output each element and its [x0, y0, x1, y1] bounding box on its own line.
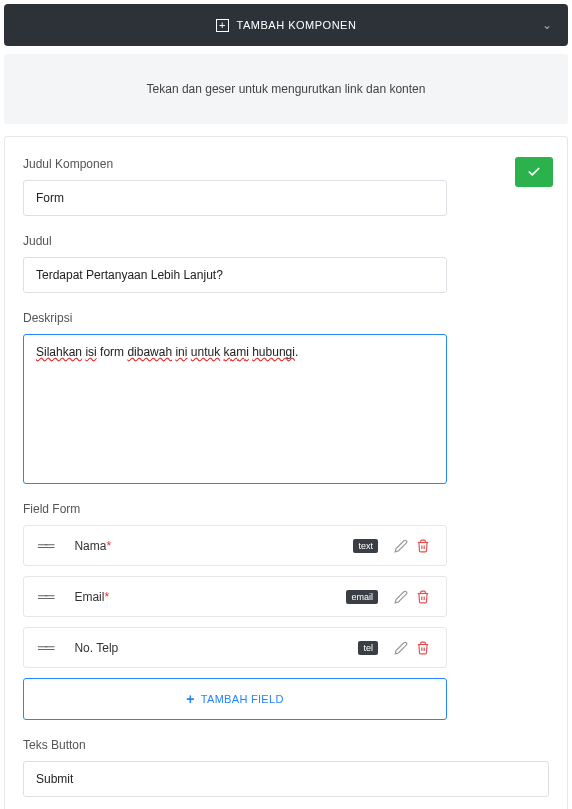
- drag-handle-icon[interactable]: ══: [38, 589, 52, 604]
- field-row: ══Email*email: [23, 576, 447, 617]
- teks-button-label: Teks Button: [23, 738, 549, 752]
- plus-square-icon: +: [216, 19, 229, 32]
- edit-icon[interactable]: [394, 539, 410, 553]
- delete-icon[interactable]: [416, 641, 432, 655]
- field-form-label: Field Form: [23, 502, 549, 516]
- judul-komponen-input[interactable]: [23, 180, 447, 216]
- add-field-button[interactable]: + TAMBAH FIELD: [23, 678, 447, 720]
- judul-input[interactable]: [23, 257, 447, 293]
- check-icon: [527, 165, 541, 179]
- add-component-label: TAMBAH KOMPONEN: [237, 19, 357, 31]
- field-name: Nama*: [74, 539, 353, 553]
- field-name: No. Telp: [74, 641, 358, 655]
- field-type-badge: text: [353, 539, 378, 553]
- teks-button-input[interactable]: [23, 761, 549, 797]
- drag-hint: Tekan dan geser untuk mengurutkan link d…: [4, 54, 568, 124]
- field-type-badge: email: [346, 590, 378, 604]
- add-field-label: TAMBAH FIELD: [201, 693, 284, 705]
- field-row: ══No. Telptel: [23, 627, 447, 668]
- deskripsi-textarea[interactable]: Silahkan isi form dibawah ini untuk kami…: [23, 334, 447, 484]
- deskripsi-label: Deskripsi: [23, 311, 549, 325]
- edit-icon[interactable]: [394, 641, 410, 655]
- delete-icon[interactable]: [416, 590, 432, 604]
- drag-handle-icon[interactable]: ══: [38, 640, 52, 655]
- required-star: *: [104, 590, 109, 604]
- component-editor-card: Judul Komponen Judul Deskripsi Silahkan …: [4, 136, 568, 809]
- judul-komponen-label: Judul Komponen: [23, 157, 549, 171]
- edit-icon[interactable]: [394, 590, 410, 604]
- required-star: *: [106, 539, 111, 553]
- add-component-bar[interactable]: + TAMBAH KOMPONEN ⌄: [4, 4, 568, 46]
- chevron-down-icon: ⌄: [542, 18, 552, 32]
- delete-icon[interactable]: [416, 539, 432, 553]
- field-row: ══Nama*text: [23, 525, 447, 566]
- judul-label: Judul: [23, 234, 549, 248]
- field-type-badge: tel: [358, 641, 378, 655]
- confirm-button[interactable]: [515, 157, 553, 187]
- field-name: Email*: [74, 590, 346, 604]
- plus-icon: +: [186, 691, 194, 707]
- drag-handle-icon[interactable]: ══: [38, 538, 52, 553]
